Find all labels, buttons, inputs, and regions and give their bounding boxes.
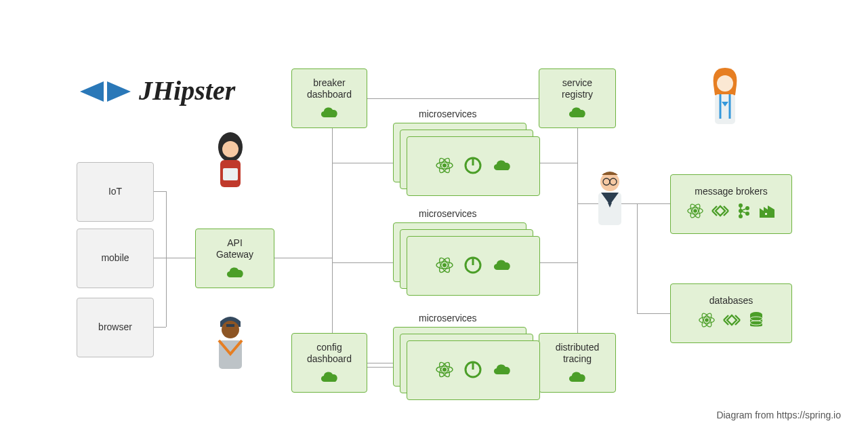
microservices-label-3: microservices [419,313,477,323]
microservice-card [407,340,540,400]
character-developer-2 [207,307,254,380]
client-browser-label: browser [98,321,132,334]
character-developer-3 [586,165,634,242]
databases-label: databases [709,295,753,307]
distributed-tracing-label: distributed tracing [556,342,600,366]
connector [332,98,333,363]
breaker-dashboard: breaker dashboard [291,68,367,128]
connector [637,313,671,314]
atom-icon [435,156,454,177]
connector [539,163,577,163]
jhipster-logo: JHipster [77,71,273,114]
spring-cloud-icon [567,105,587,120]
connector [637,203,671,204]
config-dashboard: config dashboard [291,333,367,393]
connector [366,98,539,99]
kafka-icon [737,202,751,223]
config-dashboard-label: config dashboard [307,342,352,366]
microservice-card [407,236,540,296]
svg-point-19 [693,209,697,213]
atom-icon [686,202,704,223]
breaker-dashboard-label: breaker dashboard [307,77,352,101]
connector [332,163,393,163]
svg-point-13 [442,368,447,372]
svg-point-43 [222,321,239,338]
connector [577,128,578,333]
api-gateway-label: API Gateway [216,237,253,261]
connector [274,258,332,258]
spring-cloud-icon [492,158,512,175]
character-developer-1 [207,130,254,200]
service-registry-label: service registry [562,77,593,101]
svg-point-50 [717,75,733,92]
microservices-label-2: microservices [419,208,477,219]
spring-cloud-icon [567,370,587,384]
svg-point-1 [442,163,447,167]
service-registry: service registry [539,68,616,128]
distributed-tracing: distributed tracing [539,333,616,393]
database-icon [748,311,764,332]
attribution-text: Diagram from https://spring.io [716,410,841,420]
power-icon [463,156,482,177]
spring-cloud-icon [492,362,512,379]
message-brokers-label: message brokers [695,186,767,198]
svg-text:JHipster: JHipster [138,75,236,106]
connector [152,327,166,328]
svg-point-7 [442,263,447,267]
connector [637,203,638,314]
spring-cloud-icon [319,370,339,384]
spring-cloud-icon [225,265,245,280]
svg-rect-42 [223,168,238,180]
client-mobile-label: mobile [101,252,129,264]
microservices-label-1: microservices [419,108,477,119]
power-icon [463,256,482,277]
microservices-stack-3 [393,327,539,400]
microservices-stack-1 [393,123,539,196]
svg-rect-45 [226,324,234,327]
message-brokers: message brokers [670,174,792,234]
microservice-card [407,136,540,196]
character-developer-4 [701,64,749,138]
connector [332,262,393,263]
factory-icon [758,203,776,222]
connector [166,191,167,327]
link-icon [711,202,730,223]
power-icon [463,360,482,381]
connector [152,258,197,258]
atom-icon [435,256,454,277]
svg-point-32 [705,318,709,322]
microservices-stack-2 [393,222,539,296]
client-browser: browser [77,298,154,357]
svg-rect-51 [715,94,735,124]
connector [152,191,166,192]
connector [539,262,577,263]
spring-cloud-icon [492,258,512,275]
client-mobile: mobile [77,229,154,288]
svg-rect-31 [765,213,767,215]
api-gateway: API Gateway [195,229,274,288]
link-icon [722,311,741,332]
atom-icon [698,311,716,332]
svg-point-40 [222,141,239,157]
client-iot-label: IoT [108,186,122,198]
client-iot: IoT [77,162,154,222]
spring-cloud-icon [319,105,339,120]
atom-icon [435,360,454,381]
databases: databases [670,283,792,343]
